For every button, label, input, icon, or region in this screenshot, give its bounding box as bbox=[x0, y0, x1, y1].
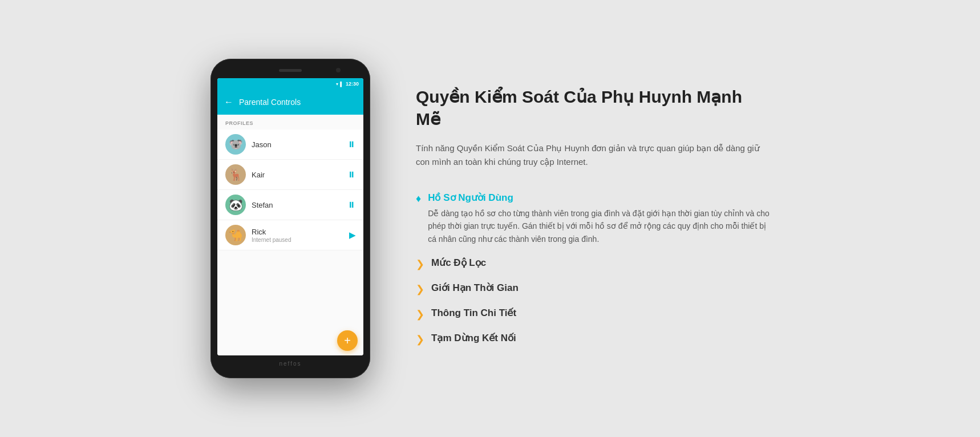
orange-chevron-icon: ❯ bbox=[416, 258, 424, 270]
profile-avatar: 🐨 bbox=[225, 134, 246, 155]
add-profile-button[interactable]: + bbox=[337, 330, 358, 351]
phone-brand: neffos bbox=[279, 361, 301, 367]
page-description: Tính năng Quyền Kiểm Soát Của Phụ Huynh … bbox=[416, 141, 770, 169]
profile-info: Kair bbox=[252, 171, 342, 179]
app-header: ← Parental Controls bbox=[217, 90, 363, 115]
feature-item-user-profile[interactable]: ♦Hồ Sơ Người DùngDễ dàng tạo hồ sơ cho t… bbox=[416, 186, 770, 251]
profile-name: Rick bbox=[252, 228, 343, 236]
status-bar: ▾ ▌ 12:30 bbox=[217, 78, 363, 90]
phone-screen: ▾ ▌ 12:30 ← Parental Controls PROFILES 🐨… bbox=[217, 78, 363, 355]
profile-name: Jason bbox=[252, 140, 342, 149]
phone-device: ▾ ▌ 12:30 ← Parental Controls PROFILES 🐨… bbox=[210, 59, 370, 378]
profile-info: Jason bbox=[252, 140, 342, 149]
feature-chevron-icon: ❯ bbox=[416, 308, 424, 321]
phone-top-bar bbox=[217, 66, 363, 77]
profile-item-rick[interactable]: 🐪RickInternet paused▶ bbox=[217, 220, 363, 250]
profile-sub: Internet paused bbox=[252, 237, 343, 243]
status-time: 12:30 bbox=[346, 81, 359, 87]
feature-content: Giới Hạn Thời Gian bbox=[431, 282, 519, 294]
signal-icon: ▌ bbox=[340, 82, 343, 87]
page-container: ▾ ▌ 12:30 ← Parental Controls PROFILES 🐨… bbox=[0, 0, 980, 437]
profile-action-icon[interactable]: ⏸ bbox=[347, 200, 355, 209]
app-header-title: Parental Controls bbox=[239, 98, 301, 107]
feature-chevron-icon: ❯ bbox=[416, 333, 424, 346]
profile-avatar: 🐪 bbox=[225, 225, 246, 245]
profile-action-icon[interactable]: ⏸ bbox=[347, 140, 355, 149]
profile-name: Stefan bbox=[252, 201, 342, 209]
orange-chevron-icon: ❯ bbox=[416, 334, 424, 345]
phone-mockup: ▾ ▌ 12:30 ← Parental Controls PROFILES 🐨… bbox=[210, 59, 370, 378]
page-title: Quyền Kiểm Soát Của Phụ Huynh Mạnh Mẽ bbox=[416, 86, 770, 130]
feature-chevron-icon: ♦ bbox=[416, 193, 421, 205]
orange-chevron-icon: ❯ bbox=[416, 309, 424, 320]
feature-chevron-icon: ❯ bbox=[416, 258, 424, 270]
feature-title: Giới Hạn Thời Gian bbox=[431, 282, 519, 294]
profile-info: RickInternet paused bbox=[252, 228, 343, 243]
feature-chevron-icon: ❯ bbox=[416, 283, 424, 296]
profile-avatar: 🦌 bbox=[225, 164, 246, 185]
profile-list: 🐨Jason⏸🦌Kair⏸🐼Stefan⏸🐪RickInternet pause… bbox=[217, 130, 363, 250]
feature-content: Hồ Sơ Người DùngDễ dàng tạo hồ sơ cho từ… bbox=[428, 192, 770, 245]
feature-item-pause-connection[interactable]: ❯Tạm Dừng Kết Nối bbox=[416, 326, 770, 351]
wifi-icon: ▾ bbox=[336, 82, 338, 87]
feature-title: Hồ Sơ Người Dùng bbox=[428, 192, 770, 204]
orange-chevron-icon: ❯ bbox=[416, 284, 424, 295]
feature-content: Tạm Dừng Kết Nối bbox=[431, 332, 516, 344]
feature-content: Mức Độ Lọc bbox=[431, 257, 486, 269]
phone-speaker bbox=[279, 69, 302, 72]
teal-diamond-icon: ♦ bbox=[416, 193, 421, 204]
phone-camera bbox=[336, 68, 341, 72]
back-button[interactable]: ← bbox=[224, 97, 233, 107]
feature-list: ♦Hồ Sơ Người DùngDễ dàng tạo hồ sơ cho t… bbox=[416, 186, 770, 351]
content-section: Quyền Kiểm Soát Của Phụ Huynh Mạnh Mẽ Tí… bbox=[416, 86, 770, 351]
profile-item-kair[interactable]: 🦌Kair⏸ bbox=[217, 160, 363, 190]
feature-content: Thông Tin Chi Tiết bbox=[431, 307, 516, 319]
profile-action-icon[interactable]: ⏸ bbox=[347, 170, 355, 179]
feature-title: Tạm Dừng Kết Nối bbox=[431, 332, 516, 344]
profiles-section: PROFILES 🐨Jason⏸🦌Kair⏸🐼Stefan⏸🐪RickInter… bbox=[217, 115, 363, 355]
profile-item-jason[interactable]: 🐨Jason⏸ bbox=[217, 130, 363, 160]
feature-item-filter-level[interactable]: ❯Mức Độ Lọc bbox=[416, 251, 770, 276]
feature-title: Thông Tin Chi Tiết bbox=[431, 307, 516, 319]
feature-item-detail-info[interactable]: ❯Thông Tin Chi Tiết bbox=[416, 301, 770, 326]
profile-avatar: 🐼 bbox=[225, 195, 246, 215]
profile-item-stefan[interactable]: 🐼Stefan⏸ bbox=[217, 190, 363, 220]
status-icons: ▾ ▌ bbox=[336, 82, 343, 87]
profile-info: Stefan bbox=[252, 201, 342, 209]
profile-name: Kair bbox=[252, 171, 342, 179]
feature-title: Mức Độ Lọc bbox=[431, 257, 486, 269]
profile-action-icon[interactable]: ▶ bbox=[349, 230, 355, 240]
profiles-label: PROFILES bbox=[217, 115, 363, 130]
feature-item-time-limit[interactable]: ❯Giới Hạn Thời Gian bbox=[416, 276, 770, 301]
feature-description: Dễ dàng tạo hồ sơ cho từng thành viên tr… bbox=[428, 207, 770, 245]
phone-bottom: neffos bbox=[217, 355, 363, 371]
